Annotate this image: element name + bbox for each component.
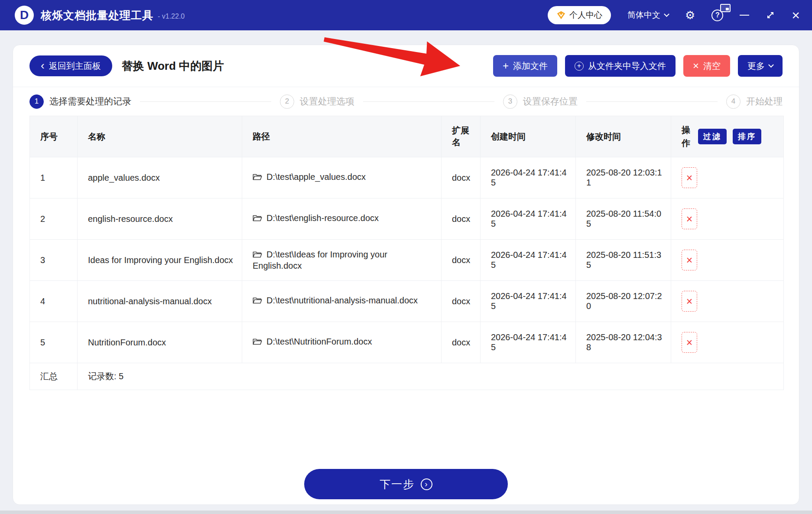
plus-icon: + bbox=[503, 61, 509, 71]
path-text: D:\test\english-resource.docx bbox=[266, 213, 379, 223]
chevron-down-icon bbox=[664, 11, 669, 17]
folder-icon bbox=[253, 173, 262, 183]
cell-index: 5 bbox=[30, 322, 78, 363]
clear-label: 清空 bbox=[703, 60, 721, 72]
table-row: 1 apple_values.docx D:\test\apple_values… bbox=[30, 157, 784, 198]
cell-index: 4 bbox=[30, 281, 78, 322]
more-label: 更多 bbox=[747, 60, 765, 72]
path-text: D:\test\apple_values.docx bbox=[266, 172, 366, 182]
folder-icon bbox=[253, 338, 262, 348]
delete-row-button[interactable]: × bbox=[682, 291, 697, 312]
clear-button[interactable]: × 清空 bbox=[683, 55, 730, 77]
header-created: 创建时间 bbox=[481, 116, 576, 157]
cell-path: D:\test\nutritional-analysis-manual.docx bbox=[242, 281, 442, 322]
user-center-label: 个人中心 bbox=[569, 10, 602, 21]
summary-row: 汇总 记录数: 5 bbox=[30, 363, 784, 390]
close-button[interactable]: × bbox=[792, 8, 800, 22]
vip-badge-icon bbox=[556, 10, 566, 20]
cell-modified: 2025-08-20 12:03:11 bbox=[576, 157, 671, 198]
step-number: 2 bbox=[280, 94, 294, 109]
step-indicator: 1 选择需要处理的记录 2 设置处理选项 3 设置保存位置 4 开始处理 bbox=[13, 87, 799, 116]
step-connector bbox=[363, 101, 494, 102]
header-index: 序号 bbox=[30, 116, 78, 157]
next-step-label: 下一步 bbox=[380, 477, 415, 491]
chevron-down-icon bbox=[768, 62, 774, 68]
toolbar: ‹ 返回到主面板 替换 Word 中的图片 + 添加文件 + 从文件夹中导入文件… bbox=[13, 45, 799, 87]
delete-row-button[interactable]: × bbox=[682, 332, 697, 353]
sort-button[interactable]: 排序 bbox=[733, 129, 761, 144]
table-row: 3 Ideas for Improving your English.docx … bbox=[30, 240, 784, 281]
cell-created: 2026-04-24 17:41:45 bbox=[481, 157, 576, 198]
step-connector bbox=[140, 101, 271, 102]
step-label: 设置保存位置 bbox=[523, 95, 578, 107]
step-label: 开始处理 bbox=[746, 95, 783, 107]
delete-x-icon: × bbox=[686, 214, 693, 224]
step-number: 4 bbox=[726, 94, 741, 109]
cell-index: 3 bbox=[30, 240, 78, 281]
cell-path: D:\test\NutritionForum.docx bbox=[242, 322, 442, 363]
header-path: 路径 bbox=[242, 116, 442, 157]
records-table-wrap: 序号 名称 路径 扩展名 创建时间 修改时间 操作 过滤 排序 bbox=[13, 116, 799, 390]
toolbar-actions: + 添加文件 + 从文件夹中导入文件 × 清空 更多 bbox=[493, 55, 783, 77]
step-label: 选择需要处理的记录 bbox=[49, 95, 131, 107]
cell-ext: docx bbox=[442, 240, 481, 281]
cell-path: D:\test\apple_values.docx bbox=[242, 157, 442, 198]
step-item: 4 开始处理 bbox=[726, 94, 783, 109]
records-table: 序号 名称 路径 扩展名 创建时间 修改时间 操作 过滤 排序 bbox=[29, 116, 784, 390]
delete-row-button[interactable]: × bbox=[682, 167, 697, 188]
add-files-button[interactable]: + 添加文件 bbox=[493, 55, 557, 77]
cell-index: 1 bbox=[30, 157, 78, 198]
folder-icon bbox=[253, 250, 262, 261]
floating-window-icon[interactable] bbox=[720, 4, 731, 12]
header-name: 名称 bbox=[78, 116, 242, 157]
header-modified: 修改时间 bbox=[576, 116, 671, 157]
back-to-dashboard-button[interactable]: ‹ 返回到主面板 bbox=[29, 55, 112, 76]
app-version: - v1.22.0 bbox=[158, 13, 185, 20]
folder-icon bbox=[253, 214, 262, 224]
resize-button[interactable] bbox=[766, 10, 775, 20]
next-step-button[interactable]: 下一步 › bbox=[304, 469, 508, 499]
titlebar-actions: 个人中心 简体中文 ⚙ ? × bbox=[548, 6, 800, 24]
step-item: 1 选择需要处理的记录 bbox=[29, 94, 131, 109]
cell-name: NutritionForum.docx bbox=[78, 322, 242, 363]
main-panel: ‹ 返回到主面板 替换 Word 中的图片 + 添加文件 + 从文件夹中导入文件… bbox=[13, 45, 799, 505]
more-button[interactable]: 更多 bbox=[738, 55, 783, 77]
cell-created: 2026-04-24 17:41:45 bbox=[481, 198, 576, 240]
header-actions: 操作 过滤 排序 bbox=[671, 116, 784, 157]
step-item: 2 设置处理选项 bbox=[280, 94, 354, 109]
settings-gear-icon[interactable]: ⚙ bbox=[685, 10, 695, 21]
cell-ext: docx bbox=[442, 322, 481, 363]
language-selector[interactable]: 简体中文 bbox=[627, 10, 669, 21]
table-row: 5 NutritionForum.docx D:\test\NutritionF… bbox=[30, 322, 784, 363]
cell-path: D:\test\english-resource.docx bbox=[242, 198, 442, 240]
cell-modified: 2025-08-20 11:54:05 bbox=[576, 198, 671, 240]
path-text: D:\test\NutritionForum.docx bbox=[266, 337, 372, 346]
app-title: 核烁文档批量处理工具 bbox=[41, 8, 153, 23]
step-number: 3 bbox=[503, 94, 517, 109]
arrow-right-circle-icon: › bbox=[421, 478, 432, 490]
footer: 下一步 › bbox=[13, 469, 799, 504]
delete-row-button[interactable]: × bbox=[682, 250, 697, 270]
summary-text: 记录数: 5 bbox=[78, 363, 784, 390]
minimize-button[interactable] bbox=[740, 15, 749, 16]
delete-row-button[interactable]: × bbox=[682, 208, 697, 229]
cell-ext: docx bbox=[442, 157, 481, 198]
table-row: 2 english-resource.docx D:\test\english-… bbox=[30, 198, 784, 240]
delete-x-icon: × bbox=[686, 337, 693, 348]
cell-name: nutritional-analysis-manual.docx bbox=[78, 281, 242, 322]
cell-name: english-resource.docx bbox=[78, 198, 242, 240]
filter-button[interactable]: 过滤 bbox=[698, 129, 727, 144]
delete-x-icon: × bbox=[686, 255, 693, 266]
titlebar: D 核烁文档批量处理工具 - v1.22.0 个人中心 简体中文 ⚙ ? × bbox=[0, 0, 812, 30]
cell-actions: × bbox=[671, 322, 784, 363]
user-center-button[interactable]: 个人中心 bbox=[548, 6, 611, 24]
cell-ext: docx bbox=[442, 198, 481, 240]
circle-plus-icon: + bbox=[575, 62, 584, 71]
header-ext: 扩展名 bbox=[442, 116, 481, 157]
cell-created: 2026-04-24 17:41:45 bbox=[481, 240, 576, 281]
cell-actions: × bbox=[671, 281, 784, 322]
import-from-folder-button[interactable]: + 从文件夹中导入文件 bbox=[565, 55, 676, 77]
clear-x-icon: × bbox=[693, 61, 699, 71]
add-files-label: 添加文件 bbox=[513, 60, 548, 72]
cell-modified: 2025-08-20 12:07:20 bbox=[576, 281, 671, 322]
